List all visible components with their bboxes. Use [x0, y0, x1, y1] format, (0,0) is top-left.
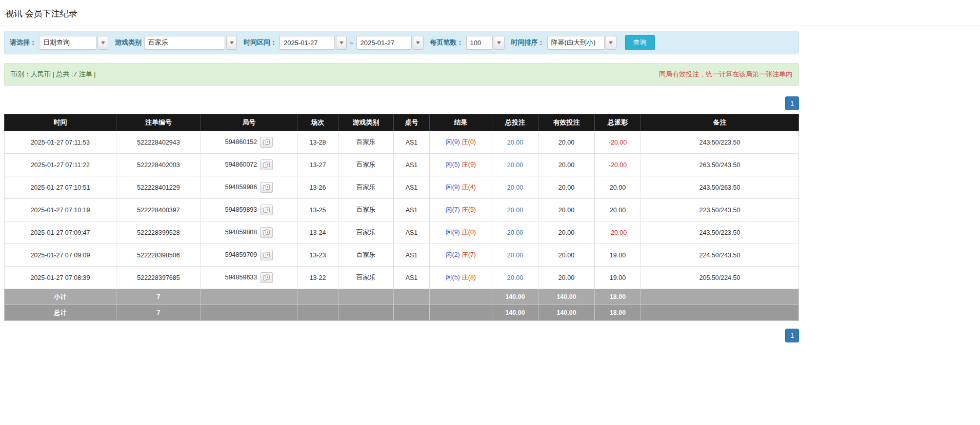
result-player: 闲(7) [446, 206, 460, 213]
result-banker: 庄(5) [462, 206, 476, 213]
per-page-input[interactable] [466, 36, 493, 50]
result-banker: 庄(9) [462, 161, 476, 168]
total-bet-link[interactable]: 20.00 [507, 274, 523, 281]
date-range-separator: ~ [349, 39, 353, 47]
date-to-combo [356, 36, 424, 50]
cell-session: 13-25 [297, 199, 338, 221]
cell-result: 闲(2) 庄(7) [430, 244, 492, 267]
game-type-input[interactable] [144, 36, 225, 50]
table-footer: 小计 7 140.00 140.00 18.00 总计 7 1 [5, 289, 799, 321]
cell-bet-id: 522228400397 [116, 199, 201, 221]
game-type-label: 游戏类别 [115, 38, 142, 47]
subtotal-empty-cell [201, 289, 297, 305]
date-to-input[interactable] [356, 36, 412, 50]
subtotal-empty-cell [430, 289, 492, 305]
query-type-input[interactable] [39, 36, 96, 50]
view-round-cards-button[interactable] [260, 250, 273, 260]
column-header-valid-bet: 有效投注 [538, 114, 595, 131]
total-bet-link[interactable]: 20.00 [507, 139, 523, 146]
cards-icon [263, 252, 270, 258]
bet-record-row: 2025-01-27 07:10:19522228400397594859893… [5, 199, 799, 221]
cell-time: 2025-01-27 07:11:53 [5, 131, 116, 154]
content: 请选择： 游戏类别 时间区间： ~ [4, 31, 799, 342]
result-banker: 庄(7) [462, 251, 476, 258]
subtotal-total-bet: 140.00 [492, 289, 538, 305]
sort-input[interactable] [547, 36, 605, 50]
cell-total-bet: 20.00 [492, 199, 538, 221]
column-header-game-type: 游戏类别 [338, 114, 394, 131]
view-round-cards-button[interactable] [260, 137, 273, 148]
column-header-table-no: 桌号 [394, 114, 430, 131]
cell-result: 闲(5) 庄(9) [430, 154, 492, 176]
cell-bet-id: 522228397685 [116, 267, 201, 289]
game-type-group: 游戏类别 [115, 36, 237, 50]
cell-result: 闲(7) 庄(5) [430, 199, 492, 221]
total-bet-link[interactable]: 20.00 [507, 184, 523, 191]
cell-bet-id: 522228398506 [116, 244, 201, 267]
cell-round-id: 594859986 [201, 176, 297, 199]
total-bet-link[interactable]: 20.00 [507, 252, 523, 259]
cell-valid-bet: 20.00 [538, 267, 595, 289]
total-bet-link[interactable]: 20.00 [507, 229, 523, 236]
search-button[interactable]: 查询 [625, 35, 655, 50]
cell-remark: 243.50/263.50 [641, 176, 799, 199]
page-1-button[interactable]: 1 [785, 329, 799, 342]
view-round-cards-button[interactable] [260, 272, 273, 283]
total-row: 总计 7 140.00 140.00 18.00 [5, 305, 799, 321]
query-type-label: 请选择： [10, 38, 36, 47]
game-type-dropdown-button[interactable] [226, 36, 237, 50]
sort-combo [547, 36, 616, 50]
sort-dropdown-button[interactable] [606, 36, 616, 50]
bet-record-row: 2025-01-27 07:10:51522228401229594859986… [5, 176, 799, 199]
cell-payout: 20.00 [595, 199, 641, 221]
cell-bet-id: 522228402943 [116, 131, 201, 154]
cell-round-id: 594859709 [201, 244, 297, 267]
column-header-total-bet: 总投注 [492, 114, 538, 131]
round-number: 594859709 [225, 251, 257, 258]
game-type-combo [144, 36, 237, 50]
caret-down-icon [416, 42, 420, 44]
date-from-input[interactable] [279, 36, 335, 50]
caret-down-icon [230, 42, 234, 44]
total-bet-link[interactable]: 20.00 [507, 207, 523, 214]
view-round-cards-button[interactable] [260, 205, 273, 215]
caret-down-icon [497, 42, 501, 44]
cell-round-id: 594859633 [201, 267, 297, 289]
cell-total-bet: 20.00 [492, 244, 538, 267]
pagination-bottom: 1 [4, 329, 799, 342]
cell-session: 13-24 [297, 221, 338, 244]
cell-result: 闲(9) 庄(0) [430, 131, 492, 154]
date-from-combo [279, 36, 347, 50]
cell-valid-bet: 20.00 [538, 131, 595, 154]
date-from-dropdown-button[interactable] [336, 36, 347, 50]
cell-bet-id: 522228399528 [116, 221, 201, 244]
date-to-dropdown-button[interactable] [413, 36, 424, 50]
cards-icon [263, 274, 270, 281]
result-player: 闲(5) [446, 274, 460, 281]
query-type-dropdown-button[interactable] [97, 36, 108, 50]
cell-round-id: 594860072 [201, 154, 297, 176]
cell-remark: 243.50/223.50 [641, 131, 799, 154]
cell-table-no: AS1 [394, 154, 430, 176]
round-number: 594860152 [225, 138, 257, 146]
view-round-cards-button[interactable] [260, 182, 273, 193]
bet-record-row: 2025-01-27 07:08:39522228397685594859633… [5, 267, 799, 289]
view-round-cards-button[interactable] [260, 159, 273, 170]
query-type-combo [39, 36, 108, 50]
cell-table-no: AS1 [394, 221, 430, 244]
subtotal-valid-bet: 140.00 [538, 289, 595, 305]
caret-down-icon [101, 42, 105, 44]
cell-payout: -20.00 [595, 221, 641, 244]
cell-session: 13-28 [297, 131, 338, 154]
total-bet-link[interactable]: 20.00 [507, 161, 523, 169]
cell-round-id: 594859808 [201, 221, 297, 244]
cell-table-no: AS1 [394, 131, 430, 154]
total-empty-cell [641, 305, 799, 321]
cell-payout: -20.00 [595, 154, 641, 176]
page-1-button[interactable]: 1 [785, 96, 799, 110]
view-round-cards-button[interactable] [260, 227, 273, 238]
cell-total-bet: 20.00 [492, 131, 538, 154]
per-page-dropdown-button[interactable] [494, 36, 505, 50]
column-header-time: 时间 [5, 114, 116, 131]
total-empty-cell [430, 305, 492, 321]
